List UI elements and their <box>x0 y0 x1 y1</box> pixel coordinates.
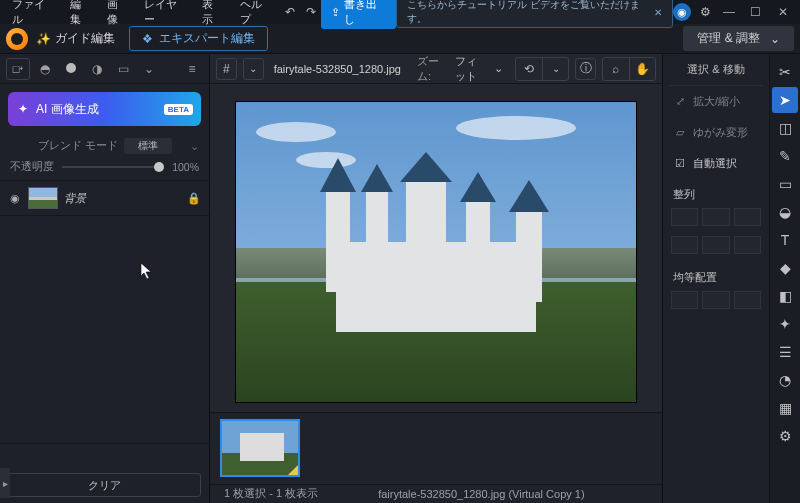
chevron-down-icon: ⌄ <box>494 62 503 75</box>
export-label: 書き出し <box>344 0 386 27</box>
zoom-tool-row[interactable]: ⤢ 拡大/縮小 <box>669 86 763 117</box>
grid-toggle[interactable]: # <box>216 58 237 80</box>
blend-mode-row[interactable]: ブレンド モード 標準 ⌄ <box>0 134 209 158</box>
filmstrip <box>210 412 662 484</box>
align-hcenter[interactable] <box>702 208 729 226</box>
cursor-icon <box>140 262 154 280</box>
adjust-tool[interactable]: ☰ <box>772 339 798 365</box>
align-v-buttons <box>669 234 763 262</box>
window-maximize[interactable]: ☐ <box>742 5 769 19</box>
close-icon[interactable]: ✕ <box>654 7 662 18</box>
menu-edit[interactable]: 編集 <box>62 0 99 29</box>
layer-name: 背景 <box>64 191 187 206</box>
text-tool[interactable]: T <box>772 227 798 253</box>
undo-icon[interactable]: ↶ <box>279 5 300 19</box>
layer-fx-icon[interactable]: ◑ <box>86 62 108 76</box>
menu-image[interactable]: 画像 <box>99 0 136 29</box>
tutorial-text: こちらからチュートリアル ビデオをご覧いただけます。 <box>407 0 649 26</box>
beta-badge: BETA <box>164 104 193 115</box>
eraser-tool[interactable]: ▭ <box>772 171 798 197</box>
layer-row-background[interactable]: ◉ 背景 🔒 <box>0 180 209 216</box>
status-filename: fairytale-532850_1280.jpg (Virtual Copy … <box>378 488 584 500</box>
manage-adjust-button[interactable]: 管理 & 調整 ⌄ <box>683 26 794 51</box>
brush-tool[interactable]: ✎ <box>772 143 798 169</box>
status-bar: 1 枚選択 - 1 枚表示 fairytale-532850_1280.jpg … <box>210 484 662 503</box>
sparkle-icon: ✦ <box>18 102 28 116</box>
rotate-cw-button[interactable]: ⌄ <box>542 58 568 80</box>
tutorial-banner[interactable]: こちらからチュートリアル ビデオをご覧いただけます。 ✕ <box>396 0 674 28</box>
pan-button[interactable]: ✋ <box>629 58 655 80</box>
window-minimize[interactable]: — <box>716 5 743 19</box>
expert-edit-button[interactable]: ❖ エキスパート編集 <box>129 26 268 51</box>
magnify-button[interactable]: ⌕ <box>603 58 629 80</box>
autoselect-row[interactable]: ☑ 自動選択 <box>669 148 763 179</box>
filmstrip-thumb-1[interactable] <box>220 419 300 477</box>
crop-tool[interactable]: ✂ <box>772 59 798 85</box>
distort-label: ゆがみ変形 <box>693 125 748 140</box>
canvas-viewport[interactable] <box>210 84 662 412</box>
panel-title: 選択 & 移動 <box>669 60 763 86</box>
menu-help[interactable]: ヘルプ <box>232 0 280 29</box>
color-tool[interactable]: ◔ <box>772 367 798 393</box>
clear-button[interactable]: クリア <box>8 473 201 497</box>
export-button[interactable]: ⇪ 書き出し <box>321 0 396 29</box>
opacity-label: 不透明度 <box>10 160 54 174</box>
menu-layer[interactable]: レイヤー <box>136 0 194 29</box>
chevron-down-icon: ⌄ <box>770 32 780 46</box>
distribute-1[interactable] <box>671 291 698 309</box>
blend-value[interactable]: 標準 <box>124 138 172 154</box>
distort-tool-row[interactable]: ▱ ゆがみ変形 <box>669 117 763 148</box>
shape-tool[interactable]: ▦ <box>772 395 798 421</box>
distort-icon: ▱ <box>673 126 687 139</box>
distribute-2[interactable] <box>702 291 729 309</box>
ai-generate-button[interactable]: ✦ AI 画像生成 BETA <box>8 92 201 126</box>
layer-folder-icon[interactable]: ▭ <box>112 62 134 76</box>
lock-icon[interactable]: 🔒 <box>187 192 201 205</box>
center-panel: # ⌄ fairytale-532850_1280.jpg ズーム: フィット … <box>210 54 662 503</box>
layer-mask-icon[interactable]: ◓ <box>34 62 56 76</box>
menu-file[interactable]: ファイル <box>4 0 62 29</box>
align-left[interactable] <box>671 208 698 226</box>
opacity-value: 100% <box>172 161 199 173</box>
settings-icon[interactable]: ⚙ <box>694 5 715 19</box>
canvas-toolbar: # ⌄ fairytale-532850_1280.jpg ズーム: フィット … <box>210 54 662 84</box>
add-layer-button[interactable]: □+ <box>6 58 30 80</box>
rotate-group: ⟲ ⌄ <box>515 57 569 81</box>
guide-edit-button[interactable]: ✨ ガイド編集 <box>36 30 115 47</box>
window-close[interactable]: ✕ <box>769 5 796 19</box>
layer-droplet-icon[interactable] <box>60 62 82 76</box>
align-right[interactable] <box>734 208 761 226</box>
align-bottom[interactable] <box>734 236 761 254</box>
gradient-tool[interactable]: ◧ <box>772 283 798 309</box>
manage-label: 管理 & 調整 <box>697 30 760 47</box>
layer-link-icon[interactable]: ⌄ <box>138 62 160 76</box>
tool-rail: ✂ ➤ ◫ ✎ ▭ ◒ T ◆ ◧ ✦ ☰ ◔ ▦ ⚙ <box>770 54 800 503</box>
distribute-section-label: 均等配置 <box>669 262 763 289</box>
opacity-slider[interactable] <box>62 166 164 168</box>
distribute-3[interactable] <box>734 291 761 309</box>
sparkle-tool[interactable]: ✦ <box>772 311 798 337</box>
more-tool[interactable]: ⚙ <box>772 423 798 449</box>
zoom-tool-icon: ⤢ <box>673 95 687 108</box>
panel-expand-handle[interactable]: ▸ <box>0 468 10 498</box>
fill-tool[interactable]: ◒ <box>772 199 798 225</box>
align-top[interactable] <box>671 236 698 254</box>
image-canvas <box>236 102 636 402</box>
menu-view[interactable]: 表示 <box>194 0 231 29</box>
layer-menu-icon[interactable]: ≡ <box>181 62 203 76</box>
zoom-select[interactable]: フィット ⌄ <box>455 54 503 84</box>
rotate-ccw-button[interactable]: ⟲ <box>516 58 542 80</box>
selection-tool[interactable]: ◫ <box>772 115 798 141</box>
align-vcenter[interactable] <box>702 236 729 254</box>
checkbox-icon[interactable]: ☑ <box>673 157 687 170</box>
expert-edit-label: エキスパート編集 <box>159 30 255 47</box>
blur-tool[interactable]: ◆ <box>772 255 798 281</box>
info-button[interactable]: ⓘ <box>575 58 596 80</box>
move-tool[interactable]: ➤ <box>772 87 798 113</box>
redo-icon[interactable]: ↷ <box>300 5 321 19</box>
cloud-icon[interactable]: ◉ <box>673 3 694 21</box>
dropdown-toggle[interactable]: ⌄ <box>243 58 264 80</box>
visibility-icon[interactable]: ◉ <box>8 192 22 205</box>
layers-panel: □+ ◓ ◑ ▭ ⌄ ≡ ✦ AI 画像生成 BETA ブレンド モード 標準 … <box>0 54 210 503</box>
virtual-copy-icon <box>288 465 298 475</box>
